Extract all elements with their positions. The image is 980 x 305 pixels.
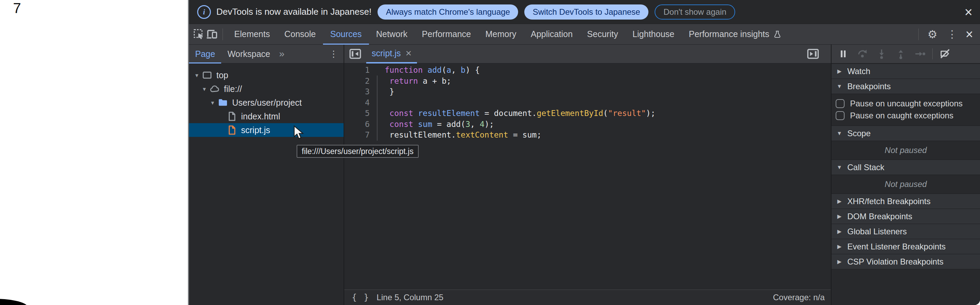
tab-lighthouse[interactable]: Lighthouse <box>625 24 681 45</box>
line-number[interactable]: 7 <box>344 130 370 141</box>
code-token: getElementById <box>537 109 603 118</box>
tree-item-project-folder-label: Users/user/project <box>232 98 302 108</box>
code-token: ( <box>442 65 447 75</box>
code-token: textContent <box>456 130 508 139</box>
tab-security-label: Security <box>587 29 618 39</box>
step-into-icon[interactable] <box>874 46 889 61</box>
tree-item-project-folder[interactable]: ▼ Users/user/project <box>189 96 344 109</box>
code-line[interactable]: } <box>385 86 655 97</box>
navigator-tab-workspace[interactable]: Workspace <box>221 45 276 64</box>
tab-security[interactable]: Security <box>580 24 625 45</box>
infobar-close-icon[interactable]: × <box>964 5 972 19</box>
dont-show-again-button[interactable]: Don't show again <box>655 5 735 19</box>
deactivate-breakpoints-icon[interactable] <box>937 46 953 61</box>
editor-status-bar: { } Line 5, Column 25 Coverage: n/a <box>344 289 831 305</box>
tree-item-file-protocol[interactable]: ▼ file:// <box>189 82 344 96</box>
tree-item-index-html[interactable]: index.html <box>189 109 344 123</box>
match-chrome-language-button[interactable]: Always match Chrome's language <box>377 5 518 19</box>
section-global-listeners[interactable]: ▶ Global Listeners <box>832 224 980 239</box>
expand-arrow-icon[interactable]: ▼ <box>200 86 209 92</box>
section-watch[interactable]: ▶ Watch <box>832 64 980 78</box>
html-file-icon <box>226 111 238 121</box>
code-token: resultElement <box>418 109 480 118</box>
hide-debugger-sidebar-icon[interactable] <box>806 47 820 61</box>
tab-network-label: Network <box>376 29 408 39</box>
code-token: ); <box>646 109 655 118</box>
editor-tab-script-js[interactable]: script.js × <box>366 45 417 64</box>
section-event-listener-breakpoints[interactable]: ▶ Event Listener Breakpoints <box>832 239 980 254</box>
code-token <box>385 77 390 85</box>
line-number[interactable]: 1 <box>344 65 370 76</box>
tab-elements[interactable]: Elements <box>227 24 277 45</box>
expand-arrow-icon[interactable]: ▼ <box>192 72 201 78</box>
tab-memory[interactable]: Memory <box>478 24 523 45</box>
switch-devtools-japanese-button[interactable]: Switch DevTools to Japanese <box>524 5 648 19</box>
collapsed-arrow-icon: ▶ <box>832 258 847 265</box>
editor-tab-close-icon[interactable]: × <box>406 48 412 58</box>
code-line[interactable] <box>385 97 655 109</box>
expanded-arrow-icon: ▼ <box>832 83 847 89</box>
navigator-more-options-icon[interactable]: ⋮ <box>329 49 344 59</box>
hide-navigator-icon[interactable] <box>348 47 362 61</box>
navigator-toolbar: Page Workspace » ⋮ <box>189 45 344 64</box>
line-number[interactable]: 5 <box>344 108 370 119</box>
tree-item-script-js[interactable]: script.js <box>189 123 344 137</box>
navigator-tab-page[interactable]: Page <box>189 45 221 64</box>
step-over-icon[interactable] <box>855 46 870 61</box>
sidebar-filler <box>832 269 980 305</box>
pause-caught-label[interactable]: Pause on caught exceptions <box>850 111 954 120</box>
code-token: ( <box>603 109 608 118</box>
code-token: } <box>385 87 395 96</box>
call-stack-not-paused-status: Not paused <box>832 175 980 193</box>
section-csp-violation-breakpoints[interactable]: ▶ CSP Violation Breakpoints <box>832 254 980 269</box>
section-global-listeners-label: Global Listeners <box>847 227 907 236</box>
section-scope[interactable]: ▼ Scope <box>832 126 980 141</box>
line-number[interactable]: 6 <box>344 119 370 130</box>
pause-uncaught-checkbox[interactable] <box>836 99 845 108</box>
tab-console[interactable]: Console <box>277 24 323 45</box>
pretty-print-icon[interactable]: { } <box>352 293 370 302</box>
tree-item-file-protocol-label: file:// <box>224 84 242 94</box>
section-xhr-breakpoints[interactable]: ▶ XHR/fetch Breakpoints <box>832 193 980 209</box>
section-call-stack[interactable]: ▼ Call Stack <box>832 160 980 175</box>
more-tabs-icon[interactable]: » <box>276 48 287 59</box>
pause-caught-checkbox[interactable] <box>836 111 845 120</box>
pause-uncaught-label[interactable]: Pause on uncaught exceptions <box>850 99 963 109</box>
section-call-stack-label: Call Stack <box>847 163 885 172</box>
section-dom-breakpoints[interactable]: ▶ DOM Breakpoints <box>832 209 980 224</box>
section-breakpoints[interactable]: ▼ Breakpoints <box>832 78 980 94</box>
devtools-close-icon[interactable]: × <box>966 28 973 41</box>
tab-sources[interactable]: Sources <box>323 24 369 45</box>
code-line[interactable]: const sum = add(3, 4); <box>385 119 655 130</box>
settings-gear-icon[interactable]: ⚙ <box>928 28 937 41</box>
page-content-number: 7 <box>13 0 21 16</box>
device-toolbar-icon[interactable] <box>205 28 218 41</box>
line-number[interactable]: 3 <box>344 86 370 97</box>
tab-network[interactable]: Network <box>369 24 415 45</box>
code-line[interactable]: const resultElement = document.getElemen… <box>385 108 655 119</box>
pause-caught-exceptions-row[interactable]: Pause on caught exceptions <box>836 109 980 121</box>
frame-icon <box>201 70 213 80</box>
pause-uncaught-exceptions-row[interactable]: Pause on uncaught exceptions <box>836 97 980 109</box>
more-options-icon[interactable]: ⋮ <box>947 28 958 40</box>
code-token <box>423 65 428 75</box>
expand-arrow-icon[interactable]: ▼ <box>208 100 217 106</box>
tab-performance-insights[interactable]: Performance insights <box>682 24 789 45</box>
pause-script-icon[interactable] <box>836 46 851 61</box>
tab-performance[interactable]: Performance <box>415 24 478 45</box>
step-icon[interactable] <box>912 46 928 61</box>
code-line[interactable]: resultElement.textContent = sum; <box>385 130 655 141</box>
code-line[interactable]: function add(a, b) { <box>385 65 655 76</box>
inspect-element-icon[interactable] <box>192 28 205 41</box>
line-number[interactable]: 4 <box>344 97 370 109</box>
code-editor[interactable]: 1234567 function add(a, b) { return a + … <box>344 64 831 289</box>
tab-application[interactable]: Application <box>523 24 580 45</box>
tab-elements-label: Elements <box>234 29 270 39</box>
scope-not-paused-status: Not paused <box>832 141 980 160</box>
line-number[interactable]: 2 <box>344 76 370 87</box>
code-line[interactable]: return a + b; <box>385 76 655 87</box>
step-out-icon[interactable] <box>893 46 908 61</box>
tree-item-top[interactable]: ▼ top <box>189 68 344 82</box>
expanded-arrow-icon: ▼ <box>832 164 847 171</box>
bottom-left-cursor-shape <box>0 299 28 305</box>
